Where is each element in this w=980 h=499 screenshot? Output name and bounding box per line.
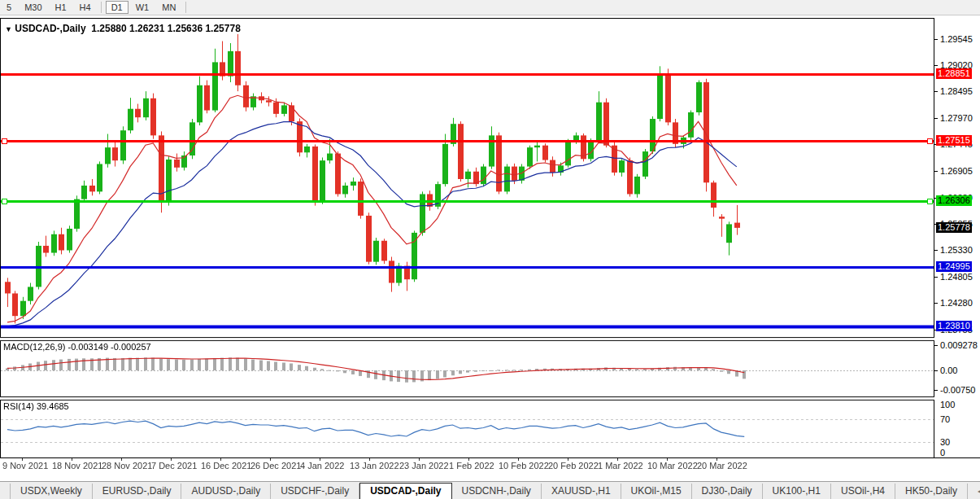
rsi-axis-label: 100 [940,400,955,409]
axis-tick-mark [934,65,938,66]
date-tick-mark [270,458,271,461]
chart-tab-usdcnh-daily[interactable]: USDCNH-,Daily [452,484,542,499]
macd-axis-label: -0.00750 [940,385,975,395]
axis-tick-mark [934,303,938,304]
axis-tick-mark [934,277,938,278]
timeframe-button-mn[interactable]: MN [156,1,181,14]
rsi-axis-label: 30 [940,437,950,447]
timeframe-button-h4[interactable]: H4 [74,1,97,14]
price-axis-tick-label: 1.27970 [940,113,973,123]
chart-tab-eurusd-daily[interactable]: EURUSD-,Daily [93,484,182,499]
date-tick-mark [72,458,72,461]
price-axis-tick-label: 1.26905 [940,166,973,176]
date-tick-mark [667,458,668,461]
timeframe-toolbar: 5M30H1H4D1W1MN [0,0,980,15]
chart-tab-audusd-daily[interactable]: AUDUSD-,Daily [181,484,271,499]
axis-tick-mark [934,171,938,172]
rsi-name: RSI(14) [3,401,34,411]
toolbar-separator [185,2,186,13]
date-axis-label: 20 Feb 2022 [548,461,599,471]
price-chart-canvas[interactable] [1,19,934,337]
rsi-axis-label: 70 [940,414,950,424]
macd-axis-label: 0.00 [940,365,957,375]
axis-tick-mark [934,118,938,119]
date-tick-mark [518,458,519,461]
price-axis-tick-label: 1.28495 [940,86,973,96]
date-axis-label: 1 Mar 2022 [598,461,643,471]
hline-drag-handle[interactable] [2,138,7,144]
price-axis-tick-label: 1.24280 [940,298,973,308]
date-axis-label: 4 Jan 2022 [300,461,344,471]
pane-separator-macd[interactable] [0,337,980,341]
date-tick-mark [320,458,320,461]
date-tick-mark [419,458,420,461]
hline-drag-handle[interactable] [2,199,7,204]
hline-drag-handle[interactable] [927,138,933,144]
date-axis-label: 10 Feb 2022 [499,461,549,471]
macd-indicator-label: MACD(12,26,9) -0.003149 -0.000257 [3,342,151,352]
price-axis-tick-label: 1.29545 [940,34,973,44]
axis-tick-mark [934,345,938,346]
date-axis-label: 28 Nov 2021 [102,461,152,471]
chart-ohlc-values: 1.25880 1.26231 1.25636 1.25778 [91,23,241,34]
date-tick-mark [121,458,122,461]
chart-tab-usdx-weekly[interactable]: USDX,Weekly [10,484,93,499]
chart-tab-usdchf-daily[interactable]: USDCHF-,Daily [271,484,359,499]
date-tick-mark [171,458,172,461]
date-axis-label: 16 Dec 2021 [201,461,251,471]
price-level-badge: 1.23810 [936,321,972,331]
chart-frame-bottom [0,457,980,458]
date-tick-mark [369,458,370,461]
axis-tick-mark [934,390,938,391]
price-level-badge: 1.28851 [936,68,972,79]
axis-tick-mark [934,91,938,92]
trading-terminal-window: 5M30H1H4D1W1MN ▼ USDCAD-,Daily 1.25880 1… [0,0,980,499]
macd-axis-label: 0.009278 [940,340,978,350]
date-axis-label: 23 Jan 2022 [399,461,449,471]
chart-tab-uk100-h1[interactable]: UK100-,H1 [763,484,831,499]
macd-name: MACD(12,26,9) [3,342,65,352]
chart-tab-hk50-daily[interactable]: HK50-,Daily [895,484,968,499]
current-price-badge: 1.25778 [936,222,972,233]
chart-tab-bar: USDX,WeeklyEURUSD-,DailyAUDUSD-,DailyUSD… [0,481,980,499]
date-axis-label: 9 Nov 2021 [2,461,48,471]
timeframe-button-5[interactable]: 5 [1,1,17,14]
toolbar-separator [101,2,102,13]
timeframe-button-h1[interactable]: H1 [50,1,72,14]
symbol-dropdown-icon[interactable]: ▼ [5,25,12,33]
date-tick-mark [468,458,469,461]
date-axis-label: 10 Mar 2022 [647,461,698,471]
rsi-axis-label: 0 [940,448,945,457]
timeframe-button-m30[interactable]: M30 [19,1,47,14]
timeframe-button-w1[interactable]: W1 [130,1,155,14]
chart-tab-xauusd-h1[interactable]: XAUUSD-,H1 [542,484,621,499]
price-axis[interactable]: 1.295451.290201.284951.279701.274451.269… [934,18,980,457]
price-axis-tick-label: 1.24805 [940,272,973,282]
date-axis-label: 13 Jan 2022 [350,461,399,471]
rsi-indicator-label: RSI(14) 39.4685 [3,401,69,411]
price-level-badge: 1.27515 [936,135,972,146]
chart-tab-usoil-h4[interactable]: USOil-,H4 [831,484,895,499]
rsi-pane-canvas[interactable] [1,401,934,457]
date-tick-mark [22,458,23,461]
macd-value-signal: -0.000257 [111,342,151,352]
chart-tab-ukoil-m15[interactable]: UKOil-,M15 [621,484,692,499]
timeframe-button-d1[interactable]: D1 [106,1,128,14]
date-tick-mark [568,458,568,461]
date-axis-label: 1 Feb 2022 [449,461,494,471]
date-axis-label: 7 Dec 2021 [151,461,197,471]
axis-tick-mark [934,250,938,251]
chart-tab-usdcad-daily[interactable]: USDCAD-,Daily [359,483,451,499]
tab-scroll-arrows: ◀▶ [973,488,980,495]
date-axis-label: 20 Mar 2022 [697,461,747,471]
price-axis-tick-label: 1.25330 [940,245,973,255]
date-tick-mark [617,458,618,461]
chart-tab-dj30-daily[interactable]: DJ30-,Daily [692,484,763,499]
chart-symbol-label: USDCAD-,Daily [15,23,85,34]
chart-title: ▼ USDCAD-,Daily 1.25880 1.26231 1.25636 … [5,23,241,34]
axis-tick-mark [934,370,938,371]
hline-drag-handle[interactable] [927,199,933,204]
macd-value-main: -0.003149 [68,342,108,352]
price-level-badge: 1.26306 [936,195,972,206]
rsi-value: 39.4685 [37,401,69,411]
